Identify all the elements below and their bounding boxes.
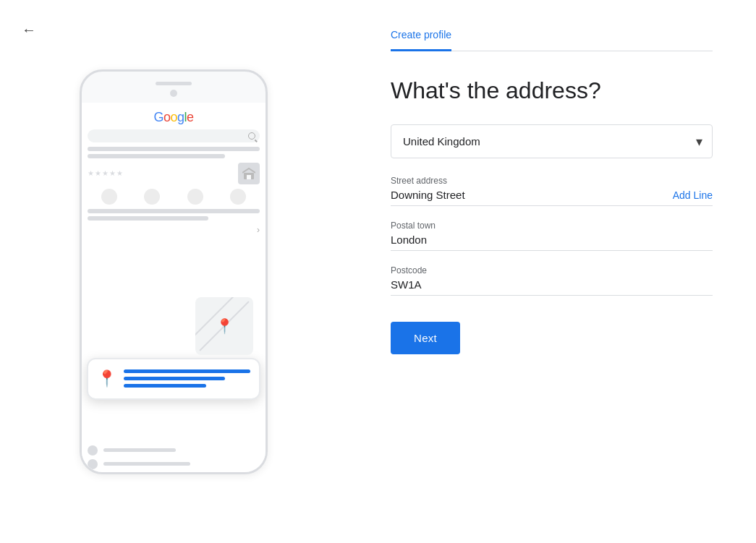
street-input[interactable] bbox=[391, 189, 664, 201]
phone-speaker bbox=[156, 82, 192, 85]
phone-bottom bbox=[82, 442, 266, 472]
postcode-label: Postcode bbox=[391, 265, 713, 275]
country-select[interactable]: United Kingdom United States Canada Aust… bbox=[391, 124, 713, 158]
town-label: Postal town bbox=[391, 221, 713, 231]
town-input[interactable] bbox=[391, 234, 713, 246]
stars: ★ ★ ★ ★ ★ bbox=[88, 169, 123, 177]
postcode-field-row bbox=[391, 278, 713, 296]
card-lines bbox=[124, 369, 250, 388]
content-line bbox=[88, 147, 260, 151]
phone-mockup: Google ★ ★ ★ ★ ★ bbox=[80, 69, 268, 474]
address-card: 📍 📍 bbox=[87, 358, 260, 400]
phone-content-lines bbox=[88, 147, 260, 158]
action-icon bbox=[230, 189, 246, 205]
content-line bbox=[88, 154, 225, 158]
tab-bar: Create profile bbox=[391, 29, 713, 51]
store-icon bbox=[238, 163, 260, 184]
next-button-wrapper: Next bbox=[391, 310, 713, 354]
action-icon bbox=[144, 189, 160, 205]
stars-row: ★ ★ ★ ★ ★ bbox=[88, 163, 260, 184]
page-heading: What's the address? bbox=[391, 77, 713, 104]
postcode-field: Postcode bbox=[391, 265, 713, 296]
postcode-input[interactable] bbox=[391, 278, 713, 291]
phone-search-bar bbox=[88, 129, 260, 142]
store-svg bbox=[242, 167, 255, 180]
phone-camera bbox=[170, 90, 177, 97]
web-icon bbox=[88, 459, 98, 469]
map-thumbnail: 📍 bbox=[195, 297, 253, 355]
content-line bbox=[88, 209, 260, 213]
next-button[interactable]: Next bbox=[391, 322, 460, 354]
svg-rect-1 bbox=[247, 175, 251, 179]
street-field-row: Add Line bbox=[391, 189, 713, 206]
content-line bbox=[88, 216, 208, 221]
phone-mid-lines bbox=[88, 209, 260, 221]
back-button[interactable]: ← bbox=[22, 22, 36, 38]
tab-spacer bbox=[451, 29, 713, 51]
chevron-right-icon: › bbox=[88, 225, 260, 235]
tab-create-profile[interactable]: Create profile bbox=[391, 29, 451, 51]
town-field-row bbox=[391, 234, 713, 251]
pin-icon: 📍 bbox=[97, 369, 116, 388]
action-icon bbox=[187, 189, 203, 205]
phone-icon bbox=[88, 445, 98, 456]
country-dropdown-wrapper: United Kingdom United States Canada Aust… bbox=[391, 124, 713, 158]
street-label: Street address bbox=[391, 176, 713, 186]
actions-row bbox=[88, 189, 260, 205]
phone-search-icon bbox=[248, 132, 255, 140]
street-field: Street address Add Line bbox=[391, 176, 713, 206]
google-logo: Google bbox=[153, 110, 193, 125]
map-pin-icon: 📍 bbox=[216, 317, 234, 335]
action-icon bbox=[101, 189, 117, 205]
add-line-button[interactable]: Add Line bbox=[673, 189, 713, 201]
town-field: Postal town bbox=[391, 221, 713, 251]
right-panel: Create profile What's the address? Unite… bbox=[347, 0, 756, 543]
